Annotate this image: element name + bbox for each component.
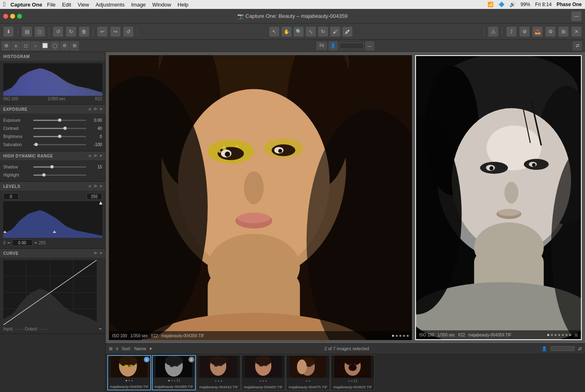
contrast-track[interactable] <box>33 128 86 129</box>
browser-btn[interactable]: ▤ <box>22 26 32 37</box>
thumbnail-3[interactable]: majabeauty-004410.TIF <box>197 355 240 390</box>
compare-btn[interactable]: ⇄ <box>573 41 582 50</box>
zoom-slider[interactable] <box>339 43 364 49</box>
grid-btn[interactable]: ⊞ <box>558 26 569 37</box>
zoom-out-btn[interactable]: — <box>365 41 374 50</box>
warning-btn[interactable]: ⚠ <box>488 26 498 37</box>
menu-image[interactable]: Image <box>131 2 146 8</box>
rotate-left-btn[interactable]: ↺ <box>53 26 63 37</box>
exposure-track[interactable] <box>33 120 86 121</box>
brush-tool[interactable]: 🖌 <box>330 26 340 37</box>
levels-menu-icon[interactable]: ▾ <box>100 184 102 188</box>
export-btn[interactable]: ⤴ <box>506 26 517 37</box>
thumbnail-4[interactable]: majabeauty-004450.TIF <box>241 355 285 390</box>
contrast-thumb[interactable] <box>63 127 67 130</box>
delete-btn[interactable]: 🗑 <box>79 26 89 37</box>
adjust-btn[interactable]: ⚙ <box>545 26 556 37</box>
transfer-btn[interactable]: 📤 <box>532 26 543 37</box>
exposure-reset-icon[interactable]: ⟳ <box>94 107 98 111</box>
hdr-menu-icon[interactable]: ▾ <box>100 154 102 158</box>
list-view-btn[interactable]: ≡ <box>11 41 20 50</box>
highlight-thumb[interactable] <box>42 173 46 177</box>
import-btn[interactable]: ⬇ <box>3 26 14 37</box>
fit-view-btn[interactable]: Fit <box>316 42 327 50</box>
thumbnail-5[interactable]: majabeauty-004475.TIF <box>286 355 330 390</box>
zoom-tool[interactable]: 🔍 <box>293 26 304 37</box>
panel-icon-5[interactable]: ⚙ <box>60 41 69 50</box>
eyedropper-white-icon[interactable]: ✒ <box>34 241 37 245</box>
curve-menu-icon[interactable]: ▾ <box>100 251 102 255</box>
filmstrip-right-icon[interactable]: ⇄ <box>578 346 582 351</box>
eyedropper-black-icon[interactable]: ✒ <box>7 241 11 245</box>
filmstrip-sort-arrow[interactable]: ▾ <box>150 346 152 351</box>
brightness-track[interactable] <box>33 136 86 137</box>
hand-tool[interactable]: ✋ <box>281 26 292 37</box>
curve-reset-icon[interactable]: ⟳ <box>94 251 98 255</box>
saturation-track[interactable] <box>33 144 86 145</box>
curve-header[interactable]: CURVE ⟳ ▾ <box>0 249 105 258</box>
shadow-track[interactable] <box>33 166 86 168</box>
close-panel-btn[interactable]: ✕ <box>571 26 582 37</box>
panel-icon-1[interactable]: ◻ <box>21 41 30 50</box>
thumbnail-6[interactable]: 🎞 majabeauty-004503.TIF <box>331 355 375 390</box>
exposure-auto-btn[interactable]: A <box>89 107 91 111</box>
shadow-thumb[interactable] <box>50 165 54 168</box>
filmstrip-zoom-slider[interactable] <box>550 346 575 351</box>
panel-icon-3[interactable]: ⬜ <box>41 41 50 50</box>
menu-window[interactable]: Window <box>152 2 171 8</box>
grid-view-btn[interactable]: ⊞ <box>2 41 11 50</box>
panel-icon-6[interactable]: ⊞ <box>70 41 79 50</box>
apple-logo[interactable]:  <box>3 1 6 8</box>
reset-btn[interactable]: ↺ <box>123 26 134 37</box>
levels-auto-btn[interactable]: A <box>89 184 91 188</box>
redo-btn[interactable]: ↪ <box>110 26 121 37</box>
hdr-auto-btn[interactable]: A <box>89 154 91 158</box>
menu-adjustments[interactable]: Adjustments <box>95 2 125 8</box>
saturation-thumb[interactable] <box>35 143 38 146</box>
bw-expand-icon[interactable]: ⊞ <box>574 333 578 337</box>
levels-input-low[interactable] <box>3 193 19 200</box>
histogram-header[interactable]: HISTOGRAM <box>0 52 105 61</box>
levels-header[interactable]: LEVELS A ⟳ ▾ <box>0 182 105 191</box>
svg-point-90 <box>297 360 307 374</box>
title-collapse-btn[interactable]: — <box>571 11 582 22</box>
thumbnail-2[interactable]: 2 🎞 majabeauty-004389.TIF <box>152 355 196 390</box>
menu-file[interactable]: File <box>47 2 56 8</box>
filmstrip-sort-name[interactable]: Name <box>134 346 146 351</box>
levels-mid-value[interactable] <box>12 239 32 246</box>
person-btn[interactable]: 👤 <box>329 41 338 50</box>
capture-btn[interactable]: ◻ <box>35 26 45 37</box>
app-menu-capture-one[interactable]: Capture One <box>11 2 42 8</box>
filmstrip-list-icon[interactable]: ≡ <box>116 346 118 351</box>
highlight-track[interactable] <box>33 174 86 176</box>
exposure-thumb[interactable] <box>58 118 61 122</box>
curve-eyedropper-icon[interactable]: ✒ <box>99 327 102 331</box>
brightness-thumb[interactable] <box>58 135 61 138</box>
minimize-button[interactable] <box>10 14 15 19</box>
exposure-menu-icon[interactable]: ▾ <box>100 107 102 111</box>
close-button[interactable] <box>3 14 8 19</box>
crop-tool[interactable]: ⤡ <box>306 26 316 37</box>
menu-edit[interactable]: Edit <box>62 2 71 8</box>
hdr-reset-icon[interactable]: ⟳ <box>94 154 98 158</box>
panel-icon-4[interactable]: ◯ <box>50 41 59 50</box>
maximize-button[interactable] <box>17 14 22 19</box>
undo-btn[interactable]: ↩ <box>97 26 108 37</box>
menu-view[interactable]: View <box>78 2 89 8</box>
eyedropper-tool[interactable]: 💉 <box>342 26 353 37</box>
menu-help[interactable]: Help <box>178 2 188 8</box>
curve-canvas[interactable] <box>3 260 97 325</box>
levels-reset-icon[interactable]: ⟳ <box>94 184 98 188</box>
exposure-slider-row: Exposure 0.00 <box>3 116 102 124</box>
filmstrip-grid-icon[interactable]: ⊞ <box>109 346 113 351</box>
process-btn[interactable]: ⚙ <box>519 26 530 37</box>
hdr-header[interactable]: HIGH DYNAMIC RANGE A ⟳ ▾ <box>0 151 105 160</box>
levels-input-high[interactable] <box>87 193 102 200</box>
panel-icon-2[interactable]: ○ <box>31 41 40 50</box>
thumbnail-1[interactable]: 1 majabeauty-004359.TIF <box>107 355 151 390</box>
exposure-header[interactable]: EXPOSURE A ⟳ ▾ <box>0 105 105 114</box>
rotate-tool[interactable]: ↻ <box>318 26 328 37</box>
rotate-right-btn[interactable]: ↻ <box>66 26 76 37</box>
thumb-label-4: majabeauty-004450.TIF <box>242 384 285 390</box>
cursor-tool[interactable]: ↖ <box>269 26 280 37</box>
